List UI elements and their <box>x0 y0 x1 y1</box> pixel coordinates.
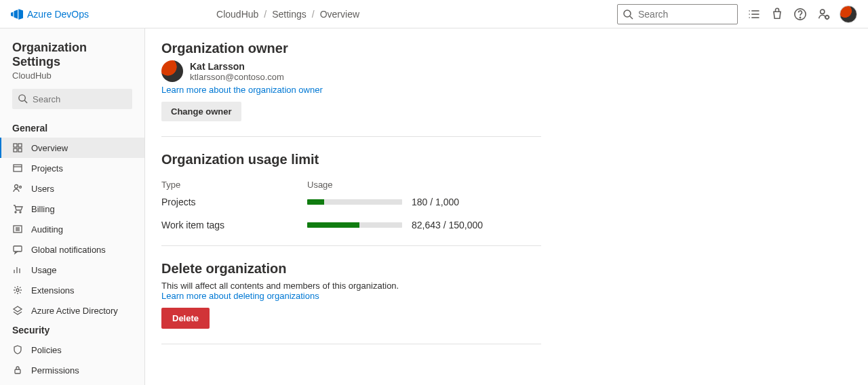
sidebar-org-name: CloudHub <box>0 70 144 89</box>
bars-icon <box>12 264 23 275</box>
owner-name: Kat Larsson <box>190 61 284 72</box>
delete-section: Delete organization This will affect all… <box>161 261 541 329</box>
breadcrumb-item[interactable]: CloudHub <box>216 9 258 20</box>
breadcrumb-item[interactable]: Overview <box>320 9 359 20</box>
sidebar-item-global-notifications[interactable]: Global notifications <box>0 239 144 260</box>
sidebar-item-azure-active-directory[interactable]: Azure Active Directory <box>0 300 144 321</box>
azure-devops-icon <box>11 8 23 20</box>
svg-rect-16 <box>14 148 17 152</box>
change-owner-button[interactable]: Change owner <box>161 102 241 121</box>
sidebar-item-label: Extensions <box>31 285 75 296</box>
sidebar-item-overview[interactable]: Overview <box>0 138 144 158</box>
topbar-right <box>617 4 857 24</box>
breadcrumb-item[interactable]: Settings <box>272 9 307 20</box>
aad-icon <box>12 305 23 316</box>
owner-avatar <box>161 60 183 82</box>
delete-description: This will affect all contents and member… <box>161 281 541 291</box>
main-content: Organization owner Kat Larsson ktlarsson… <box>145 28 868 385</box>
usage-section-title: Organization usage limit <box>161 152 541 167</box>
sidebar-item-label: Azure Active Directory <box>31 306 118 316</box>
product-logo[interactable]: Azure DevOps <box>11 8 89 20</box>
sidebar-item-label: Projects <box>31 163 63 174</box>
usage-type: Work item tags <box>161 220 307 230</box>
usage-header-usage: Usage <box>307 180 429 190</box>
sidebar-item-label: Billing <box>31 204 55 214</box>
sidebar: Organization Settings CloudHub GeneralOv… <box>0 28 145 385</box>
topbar: Azure DevOps CloudHub / Settings / Overv… <box>0 0 868 28</box>
sidebar-item-usage[interactable]: Usage <box>0 260 144 280</box>
task-list-icon[interactable] <box>747 7 761 21</box>
sidebar-item-policies[interactable]: Policies <box>0 340 144 360</box>
sidebar-heading: General <box>0 119 144 138</box>
svg-rect-33 <box>15 369 20 373</box>
delete-learn-link[interactable]: Learn more about deleting organizations <box>161 291 541 301</box>
list-icon <box>12 224 23 235</box>
user-settings-icon[interactable] <box>816 7 830 21</box>
grid-icon <box>12 142 23 153</box>
sidebar-item-auditing[interactable]: Auditing <box>0 219 144 239</box>
svg-point-21 <box>20 186 22 188</box>
sidebar-item-label: Permissions <box>31 365 79 376</box>
usage-progress <box>307 199 402 205</box>
delete-button[interactable]: Delete <box>161 308 210 329</box>
global-search-input[interactable] <box>617 4 738 24</box>
sidebar-item-extensions[interactable]: Extensions <box>0 280 144 300</box>
divider <box>161 344 541 344</box>
svg-rect-14 <box>14 144 17 147</box>
usage-value: 82,643 / 150,000 <box>412 220 483 230</box>
sidebar-search[interactable] <box>12 89 132 109</box>
usage-section: Organization usage limit Type Usage Proj… <box>161 152 541 230</box>
svg-point-32 <box>16 289 19 291</box>
shield-icon <box>12 344 23 355</box>
svg-rect-28 <box>14 246 22 251</box>
sidebar-search-input[interactable] <box>12 89 132 109</box>
svg-line-1 <box>630 16 633 19</box>
usage-header-type: Type <box>161 180 307 190</box>
message-icon <box>12 244 23 255</box>
sidebar-item-label: Policies <box>31 345 62 355</box>
svg-point-23 <box>20 211 21 213</box>
breadcrumb: CloudHub / Settings / Overview <box>216 9 359 20</box>
lock-icon <box>12 365 23 376</box>
marketplace-icon[interactable] <box>770 7 784 21</box>
gear-icon <box>12 285 23 296</box>
delete-section-title: Delete organization <box>161 261 541 277</box>
usage-progress <box>307 222 402 228</box>
sidebar-title: Organization Settings <box>0 41 144 70</box>
projects-icon <box>12 163 23 174</box>
svg-point-11 <box>825 15 829 18</box>
sidebar-heading: Security <box>0 321 144 340</box>
divider <box>161 136 541 137</box>
svg-point-22 <box>15 211 16 213</box>
sidebar-item-billing[interactable]: Billing <box>0 199 144 219</box>
svg-rect-15 <box>18 144 22 147</box>
divider <box>161 245 541 246</box>
svg-point-20 <box>15 185 18 188</box>
search-icon <box>623 9 633 20</box>
avatar[interactable] <box>840 5 857 23</box>
usage-row: Projects180 / 1,000 <box>161 197 541 207</box>
usage-row: Work item tags82,643 / 150,000 <box>161 220 541 230</box>
users-icon <box>12 183 23 194</box>
svg-line-13 <box>24 100 27 103</box>
global-search[interactable] <box>617 4 738 24</box>
svg-point-9 <box>800 17 800 18</box>
sidebar-item-projects[interactable]: Projects <box>0 158 144 178</box>
svg-rect-18 <box>14 165 22 171</box>
owner-section: Organization owner Kat Larsson ktlarsson… <box>161 41 541 121</box>
sidebar-item-users[interactable]: Users <box>0 178 144 199</box>
product-name: Azure DevOps <box>27 9 89 20</box>
sidebar-item-permissions[interactable]: Permissions <box>0 360 144 380</box>
svg-rect-17 <box>18 148 22 152</box>
sidebar-item-label: Global notifications <box>31 245 106 255</box>
cart-icon <box>12 203 23 214</box>
svg-point-10 <box>821 9 825 14</box>
help-icon[interactable] <box>793 7 807 21</box>
usage-value: 180 / 1,000 <box>412 197 459 207</box>
sidebar-item-label: Users <box>31 184 54 194</box>
sidebar-item-label: Overview <box>31 143 68 153</box>
search-icon <box>18 94 28 104</box>
owner-learn-link[interactable]: Learn more about the organization owner <box>161 85 541 95</box>
owner-section-title: Organization owner <box>161 41 541 56</box>
sidebar-item-label: Auditing <box>31 224 63 235</box>
